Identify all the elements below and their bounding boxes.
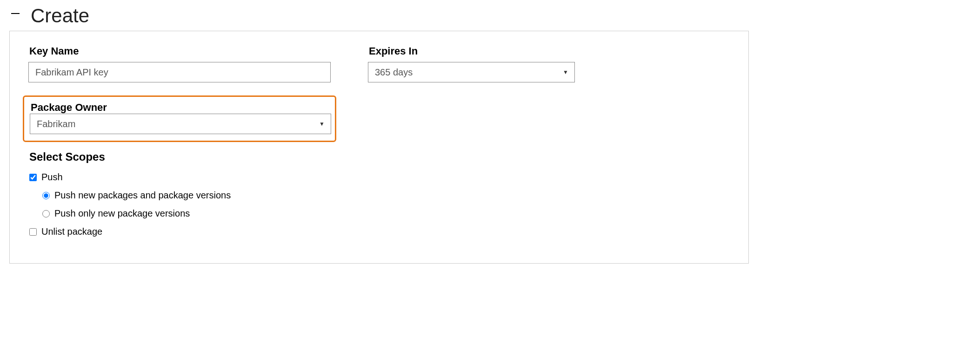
- collapse-toggle[interactable]: [9, 7, 21, 20]
- push-new-radio[interactable]: [42, 192, 50, 199]
- expires-label: Expires In: [368, 45, 575, 57]
- scope-push-row: Push: [28, 172, 730, 183]
- section-header: Create: [9, 5, 753, 27]
- package-owner-select[interactable]: Fabrikam: [30, 114, 331, 134]
- push-versions-radio[interactable]: [42, 210, 50, 217]
- scope-push-new-row: Push new packages and package versions: [28, 190, 730, 201]
- unlist-checkbox[interactable]: [29, 228, 37, 236]
- scopes-title: Select Scopes: [28, 150, 730, 163]
- push-versions-label: Push only new package versions: [54, 208, 190, 219]
- section-title: Create: [31, 5, 89, 27]
- expires-group: Expires In 365 days ▼: [368, 45, 575, 82]
- push-new-label: Push new packages and package versions: [54, 190, 231, 201]
- scope-push-versions-row: Push only new package versions: [28, 208, 730, 219]
- key-name-label: Key Name: [28, 45, 331, 57]
- package-owner-highlight: Package Owner Fabrikam ▼: [23, 95, 336, 142]
- create-panel: Key Name Expires In 365 days ▼ Package O…: [9, 31, 749, 264]
- unlist-label: Unlist package: [41, 226, 102, 237]
- key-name-input[interactable]: [28, 62, 331, 82]
- scope-unlist-row: Unlist package: [28, 226, 730, 237]
- push-label: Push: [41, 172, 63, 183]
- package-owner-label: Package Owner: [30, 102, 107, 113]
- push-checkbox[interactable]: [29, 174, 37, 181]
- expires-select[interactable]: 365 days: [368, 62, 575, 82]
- key-name-group: Key Name: [28, 45, 331, 82]
- minus-icon: [11, 13, 20, 14]
